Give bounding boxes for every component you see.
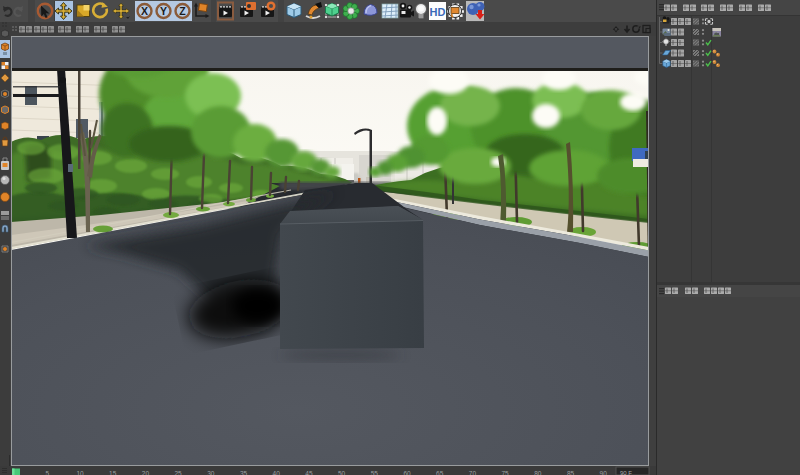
svg-text:45: 45: [305, 470, 313, 475]
svg-text:90 F: 90 F: [620, 470, 632, 475]
svg-text:40: 40: [273, 470, 281, 475]
svg-text:30: 30: [207, 470, 215, 475]
svg-text:60: 60: [403, 470, 411, 475]
svg-text:25: 25: [174, 470, 182, 475]
svg-text:75: 75: [501, 470, 509, 475]
svg-text:20: 20: [142, 470, 150, 475]
svg-text:65: 65: [436, 470, 444, 475]
svg-text:Z: Z: [179, 5, 186, 17]
svg-text:70: 70: [469, 470, 477, 475]
svg-text:55: 55: [371, 470, 379, 475]
svg-text:Y: Y: [160, 5, 167, 17]
svg-text:X: X: [141, 5, 148, 17]
svg-text:50: 50: [338, 470, 346, 475]
svg-text:90: 90: [600, 470, 608, 475]
svg-text:85: 85: [567, 470, 575, 475]
svg-text:80: 80: [534, 470, 542, 475]
svg-text:35: 35: [240, 470, 248, 475]
svg-text:HD: HD: [430, 6, 446, 18]
svg-text:15: 15: [109, 470, 117, 475]
svg-text:10: 10: [76, 470, 84, 475]
svg-text:5: 5: [45, 470, 49, 475]
